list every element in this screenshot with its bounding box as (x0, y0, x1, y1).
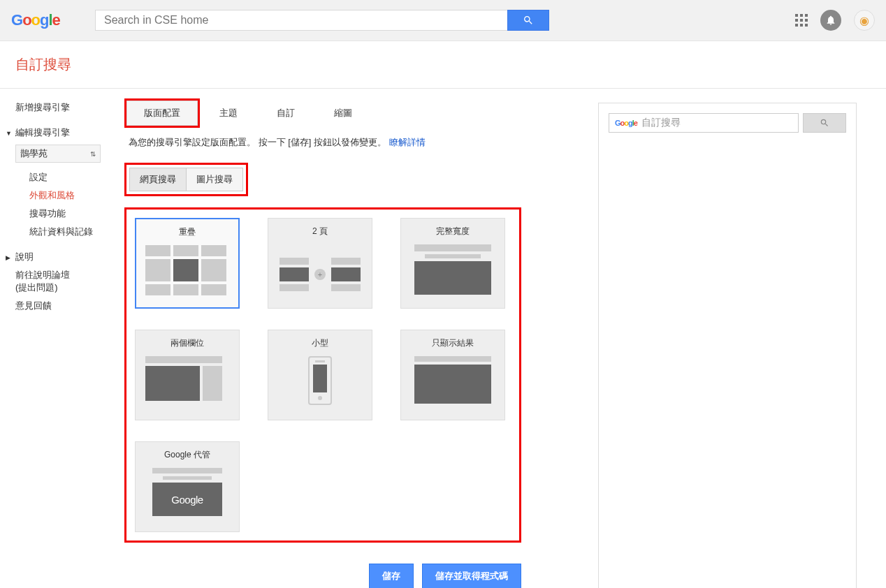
save-get-code-button[interactable]: 儲存並取得程式碼 (422, 564, 521, 588)
layout-two-column[interactable]: 兩個欄位 (135, 330, 240, 420)
tab-description: 為您的搜尋引擎設定版面配置。 按一下 [儲存] 按鈕以發佈變更。 瞭解詳情 (129, 136, 521, 149)
subtab-image[interactable]: 圖片搜尋 (187, 168, 243, 191)
two-column-thumb-icon (145, 356, 229, 416)
overlay-thumb-icon (145, 245, 229, 304)
avatar[interactable]: ◉ (854, 10, 875, 31)
sidebar: 新增搜尋引擎 ▼編輯搜尋引擎 鵲學苑 ⇅ 設定 外觀和風格 搜尋功能 統計資料與… (0, 89, 124, 588)
results-only-thumb-icon (411, 356, 495, 416)
apps-icon[interactable] (795, 14, 808, 27)
chevron-right-icon: ▶ (6, 254, 13, 261)
full-width-thumb-icon (411, 244, 495, 304)
sidebar-item-stats[interactable]: 統計資料與記錄 (29, 223, 124, 241)
preview-panel: Google 自訂搜尋 (598, 103, 857, 588)
sidebar-new-engine[interactable]: 新增搜尋引擎 (15, 98, 124, 117)
engine-select[interactable]: 鵲學苑 ⇅ (15, 145, 101, 163)
sidebar-help[interactable]: ▶說明 (15, 248, 124, 266)
layout-grid: 重疊 2 頁 + (135, 218, 511, 532)
header: Google ◉ (0, 0, 886, 41)
sidebar-item-look-feel[interactable]: 外觀和風格 (29, 186, 124, 205)
notifications-icon[interactable] (820, 10, 841, 31)
sidebar-feedback[interactable]: 意見回饋 (15, 297, 124, 315)
select-arrows-icon: ⇅ (90, 150, 96, 158)
tab-custom[interactable]: 自訂 (257, 101, 314, 125)
cse-search-button[interactable] (803, 113, 846, 133)
tab-layout[interactable]: 版面配置 (126, 101, 198, 126)
tab-theme[interactable]: 主題 (200, 101, 257, 125)
search-icon (820, 118, 829, 128)
google-hosted-thumb-icon: Google (145, 468, 229, 527)
search-button[interactable] (507, 10, 549, 31)
cse-search-input[interactable]: Google 自訂搜尋 (609, 113, 799, 133)
compact-thumb-icon (278, 356, 362, 416)
search-icon (523, 15, 534, 26)
sidebar-item-settings[interactable]: 設定 (29, 168, 124, 186)
two-page-thumb-icon: + (278, 244, 362, 304)
subtab-web[interactable]: 網頁搜尋 (129, 168, 187, 191)
save-button[interactable]: 儲存 (369, 564, 414, 588)
tabs: 版面配置 主題 自訂 縮圖 (124, 98, 521, 128)
layout-results-only[interactable]: 只顯示結果 (400, 330, 505, 420)
sidebar-item-features[interactable]: 搜尋功能 (29, 205, 124, 223)
google-logo[interactable]: Google (11, 11, 89, 29)
search-input[interactable] (95, 10, 507, 31)
google-mini-logo-icon: Google (615, 119, 637, 127)
page-title: 自訂搜尋 (15, 55, 886, 74)
sidebar-forum[interactable]: 前往說明論壇 (提出問題) (15, 266, 124, 297)
layout-two-page[interactable]: 2 頁 + (268, 218, 372, 309)
layout-full-width[interactable]: 完整寬度 (400, 218, 505, 309)
chevron-down-icon: ▼ (6, 130, 13, 137)
tab-thumb[interactable]: 縮圖 (314, 101, 372, 125)
layout-compact[interactable]: 小型 (268, 330, 372, 420)
sidebar-edit-engine[interactable]: ▼編輯搜尋引擎 (15, 124, 124, 142)
layout-google-hosted[interactable]: Google 代管 Google (135, 441, 240, 532)
learn-more-link[interactable]: 瞭解詳情 (389, 137, 426, 147)
layout-overlay[interactable]: 重疊 (135, 218, 240, 309)
